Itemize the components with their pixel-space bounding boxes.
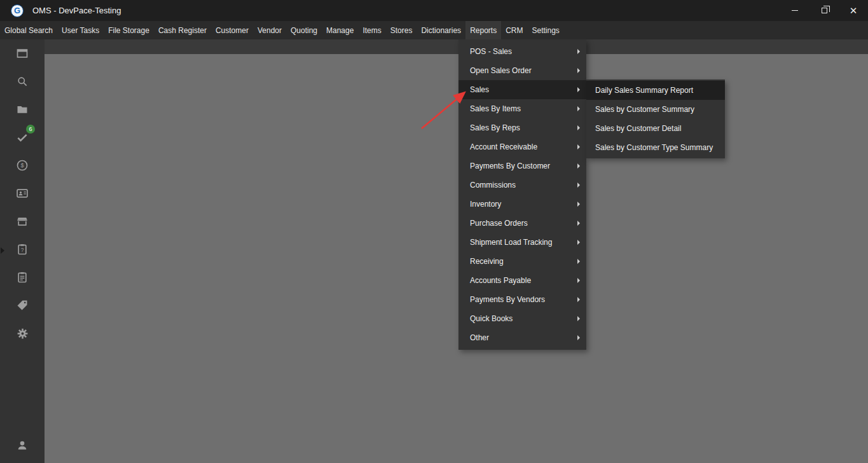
- menu-item-account-receivable[interactable]: Account Receivable: [458, 137, 586, 156]
- menu-item-label: Sales By Reps: [470, 123, 520, 132]
- menu-item-receiving[interactable]: Receiving: [458, 252, 586, 271]
- sidebar-item-settings[interactable]: [0, 319, 45, 347]
- menubar-item-crm[interactable]: CRM: [501, 21, 527, 39]
- window-title: OMS - DevPace-Testing: [32, 6, 121, 15]
- menu-item-commissions[interactable]: Commissions: [458, 176, 586, 195]
- sidebar-item-dashboard[interactable]: [0, 39, 45, 67]
- menu-item-pos-sales[interactable]: POS - Sales: [458, 42, 586, 61]
- menubar-item-reports[interactable]: Reports: [465, 21, 501, 39]
- submenu-item-sales-by-customer-detail[interactable]: Sales by Customer Detail: [586, 119, 725, 138]
- titlebar: G OMS - DevPace-Testing ✕: [0, 0, 868, 21]
- menu-item-label: Quick Books: [470, 314, 513, 323]
- chevron-right-icon: [577, 259, 580, 264]
- menubar-item-file-storage[interactable]: File Storage: [104, 21, 154, 39]
- tasks-count-badge: 6: [26, 125, 35, 134]
- search-icon: [16, 75, 29, 88]
- sidebar-item-purchase-orders[interactable]: ?: [0, 235, 45, 263]
- submenu-item-sales-by-customer-type-summary[interactable]: Sales by Customer Type Summary: [586, 138, 725, 157]
- menu-item-label: Sales: [470, 85, 489, 94]
- sidebar-item-store[interactable]: [0, 207, 45, 235]
- menu-item-inventory[interactable]: Inventory: [458, 195, 586, 214]
- sidebar-expander-icon[interactable]: [1, 247, 4, 254]
- menubar: Global Search User Tasks File Storage Ca…: [0, 21, 868, 39]
- menu-item-sales-by-reps[interactable]: Sales By Reps: [458, 118, 586, 137]
- submenu-item-daily-sales-summary-report[interactable]: Daily Sales Summary Report: [586, 81, 725, 100]
- tasks-check-icon: [16, 131, 29, 144]
- sidebar-item-tags[interactable]: [0, 291, 45, 319]
- menu-item-label: Shipment Load Tracking: [470, 238, 552, 247]
- chevron-right-icon: [577, 240, 580, 245]
- chevron-right-icon: [577, 202, 580, 207]
- menu-item-label: Inventory: [470, 200, 501, 209]
- main-content: [45, 54, 868, 463]
- submenu-item-sales-by-customer-summary[interactable]: Sales by Customer Summary: [586, 100, 725, 119]
- sidebar-item-checklist[interactable]: [0, 263, 45, 291]
- menu-item-accounts-payable[interactable]: Accounts Payable: [458, 271, 586, 290]
- folder-icon: [16, 103, 29, 116]
- menu-item-label: Accounts Payable: [470, 276, 531, 285]
- menu-item-label: Other: [470, 333, 489, 342]
- tag-icon: [16, 299, 29, 312]
- minimize-icon: [792, 10, 798, 11]
- menubar-item-customer[interactable]: Customer: [211, 21, 253, 39]
- sidebar-item-user[interactable]: [0, 431, 45, 459]
- app-logo-icon: G: [11, 4, 24, 17]
- chevron-right-icon: [577, 316, 580, 321]
- minimize-button[interactable]: [780, 0, 809, 21]
- menu-item-purchase-orders[interactable]: Purchase Orders: [458, 214, 586, 233]
- menubar-item-global-search[interactable]: Global Search: [0, 21, 57, 39]
- menu-item-sales[interactable]: Sales: [458, 80, 586, 99]
- menu-item-payments-by-vendors[interactable]: Payments By Vendors: [458, 290, 586, 309]
- sidebar: 6 $ ?: [0, 39, 45, 463]
- svg-text:?: ?: [21, 247, 24, 253]
- chevron-right-icon: [577, 68, 580, 73]
- chevron-right-icon: [577, 335, 580, 340]
- toolbar-band: [0, 39, 868, 54]
- menubar-item-settings[interactable]: Settings: [527, 21, 563, 39]
- menubar-item-cash-register[interactable]: Cash Register: [154, 21, 211, 39]
- maximize-button[interactable]: [809, 0, 839, 21]
- menu-item-label: Open Sales Order: [470, 66, 532, 75]
- close-button[interactable]: ✕: [839, 0, 868, 21]
- sidebar-item-tasks[interactable]: 6: [0, 123, 45, 151]
- chevron-right-icon: [577, 163, 580, 169]
- menu-item-label: Payments By Vendors: [470, 295, 545, 304]
- dashboard-icon: [16, 47, 29, 60]
- chevron-right-icon: [577, 278, 580, 283]
- chevron-right-icon: [577, 87, 580, 92]
- menubar-item-vendor[interactable]: Vendor: [253, 21, 286, 39]
- menu-item-label: Payments By Customer: [470, 162, 550, 170]
- menu-item-quick-books[interactable]: Quick Books: [458, 309, 586, 328]
- menu-item-label: Commissions: [470, 181, 516, 190]
- svg-text:$: $: [20, 162, 24, 169]
- menubar-item-dictionaries[interactable]: Dictionaries: [417, 21, 465, 39]
- menu-item-label: Purchase Orders: [470, 219, 528, 228]
- menu-item-open-sales-order[interactable]: Open Sales Order: [458, 61, 586, 80]
- menubar-item-items[interactable]: Items: [358, 21, 385, 39]
- menubar-item-quoting[interactable]: Quoting: [286, 21, 322, 39]
- sidebar-item-payments[interactable]: $: [0, 151, 45, 179]
- gear-icon: [16, 327, 29, 340]
- menu-item-other[interactable]: Other: [458, 328, 586, 347]
- chevron-right-icon: [577, 221, 580, 226]
- contact-card-icon: [16, 187, 29, 200]
- sales-submenu: Daily Sales Summary Report Sales by Cust…: [586, 79, 725, 158]
- sidebar-item-contacts[interactable]: [0, 179, 45, 207]
- clipboard-list-icon: [16, 271, 29, 284]
- menu-item-label: Receiving: [470, 257, 504, 266]
- dollar-icon: $: [16, 159, 29, 172]
- menubar-item-manage[interactable]: Manage: [322, 21, 358, 39]
- menu-item-label: Account Receivable: [470, 142, 537, 151]
- menubar-item-stores[interactable]: Stores: [386, 21, 417, 39]
- clipboard-question-icon: ?: [16, 243, 29, 256]
- chevron-right-icon: [577, 125, 580, 130]
- sidebar-item-search[interactable]: [0, 67, 45, 95]
- sidebar-item-file-storage[interactable]: [0, 95, 45, 123]
- menu-item-payments-by-customer[interactable]: Payments By Customer: [458, 156, 586, 176]
- menubar-item-user-tasks[interactable]: User Tasks: [57, 21, 104, 39]
- chevron-right-icon: [577, 183, 580, 188]
- close-icon: ✕: [850, 6, 858, 15]
- menu-item-shipment-load-tracking[interactable]: Shipment Load Tracking: [458, 233, 586, 252]
- menu-item-label: Sales By Items: [470, 104, 521, 113]
- menu-item-sales-by-items[interactable]: Sales By Items: [458, 99, 586, 118]
